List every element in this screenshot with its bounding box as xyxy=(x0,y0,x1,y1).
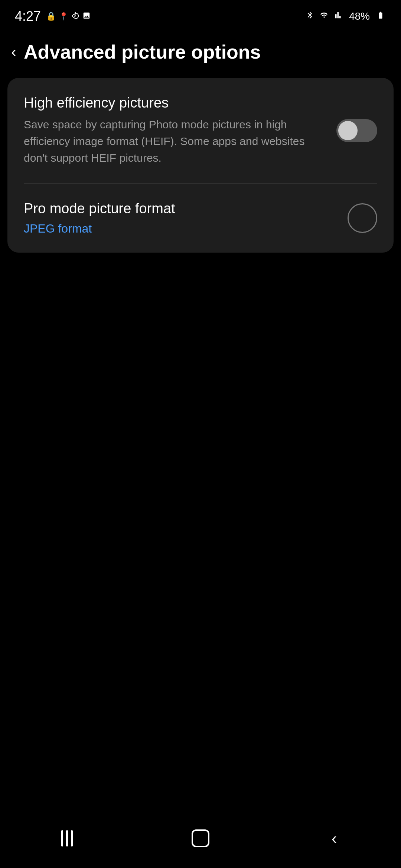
high-efficiency-text: High efficiency pictures Save space by c… xyxy=(24,95,325,166)
nav-bar: ‹ xyxy=(0,816,401,868)
header: ‹ Advanced picture options xyxy=(0,30,401,74)
high-efficiency-setting[interactable]: High efficiency pictures Save space by c… xyxy=(7,78,394,183)
recent-apps-icon xyxy=(61,830,73,846)
pro-mode-title: Pro mode picture format xyxy=(24,201,336,217)
battery-icon xyxy=(375,11,386,22)
pro-mode-radio[interactable] xyxy=(348,203,377,233)
recent-apps-button[interactable] xyxy=(48,823,85,853)
bluetooth-icon xyxy=(306,11,314,22)
status-time: 4:27 xyxy=(15,9,41,24)
pro-mode-setting[interactable]: Pro mode picture format JPEG format xyxy=(7,184,394,253)
page-title: Advanced picture options xyxy=(24,41,261,63)
gallery-icon xyxy=(82,11,91,22)
high-efficiency-toggle[interactable] xyxy=(336,119,377,142)
signal-icon xyxy=(334,11,344,22)
autorotate-icon xyxy=(71,11,79,22)
home-icon xyxy=(192,829,209,847)
back-button[interactable]: ‹ xyxy=(11,44,16,60)
status-left: 4:27 🔒 📍 xyxy=(15,9,91,24)
high-efficiency-description: Save space by capturing Photo mode pictu… xyxy=(24,116,325,166)
location-icon: 📍 xyxy=(59,12,68,21)
toggle-thumb xyxy=(338,121,358,140)
home-button[interactable] xyxy=(182,823,219,853)
battery-percentage: 48% xyxy=(349,10,370,22)
pro-mode-text: Pro mode picture format JPEG format xyxy=(24,201,336,236)
settings-card: High efficiency pictures Save space by c… xyxy=(7,78,394,253)
status-icons: 🔒 📍 xyxy=(46,11,91,22)
high-efficiency-title: High efficiency pictures xyxy=(24,95,325,111)
back-nav-icon: ‹ xyxy=(332,829,337,848)
status-bar: 4:27 🔒 📍 xyxy=(0,0,401,30)
pro-mode-subtitle: JPEG format xyxy=(24,222,336,236)
status-right: 48% xyxy=(306,10,386,22)
lock-icon: 🔒 xyxy=(46,11,56,21)
wifi-icon xyxy=(319,11,329,22)
toggle-track xyxy=(336,119,377,142)
back-nav-button[interactable]: ‹ xyxy=(316,823,353,853)
